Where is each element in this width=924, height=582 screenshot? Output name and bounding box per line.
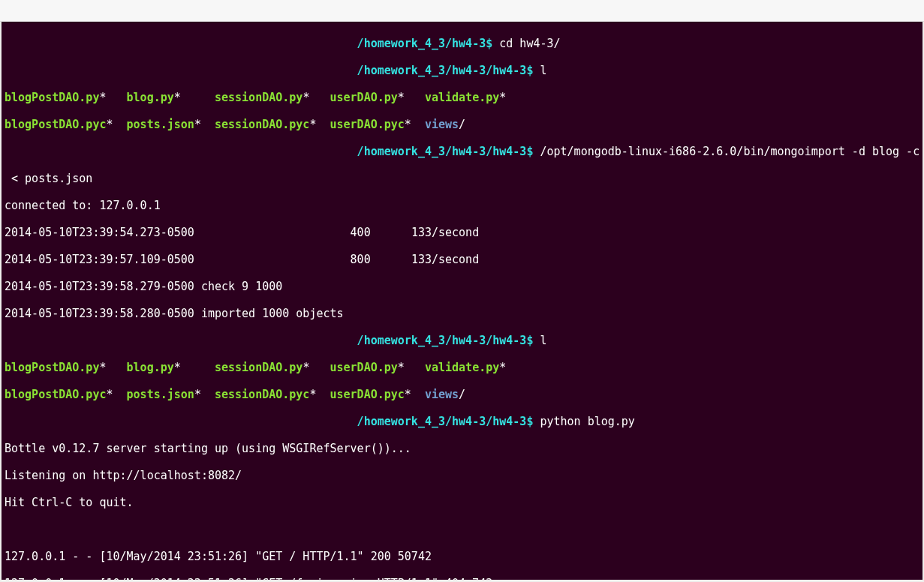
command: cd hw4-3/ <box>499 37 560 50</box>
ls-row: blogPostDAO.pyc* posts.json* sessionDAO.… <box>5 388 921 401</box>
ls-row: blogPostDAO.py* blog.py* sessionDAO.py* … <box>5 91 921 104</box>
ls-row: blogPostDAO.py* blog.py* sessionDAO.py* … <box>5 361 921 374</box>
output-line: Listening on http://localhost:8082/ <box>5 469 921 482</box>
file-exec: blogPostDAO.py <box>5 361 99 374</box>
file-exec: posts.json <box>127 388 194 401</box>
file-exec: sessionDAO.pyc <box>215 118 309 131</box>
prompt-path: /homework_4_3/hw4-3/hw4-3$ <box>357 145 534 158</box>
prompt-line: /homework_4_3/hw4-3$ cd hw4-3/ <box>5 37 921 50</box>
terminal[interactable]: /homework_4_3/hw4-3$ cd hw4-3/ /homework… <box>2 22 922 580</box>
file-exec: sessionDAO.py <box>215 361 302 374</box>
file-exec: userDAO.pyc <box>330 118 405 131</box>
file-exec: userDAO.py <box>330 361 398 374</box>
output-line: 2014-05-10T23:39:57.109-0500 800 133/sec… <box>5 253 921 266</box>
prompt-path: /homework_4_3/hw4-3/hw4-3$ <box>357 415 534 428</box>
file-exec: posts.json <box>127 118 194 131</box>
output-line <box>5 523 921 536</box>
prompt-path: /homework_4_3/hw4-3/hw4-3$ <box>357 334 534 347</box>
file-exec: blogPostDAO.pyc <box>5 118 106 131</box>
output-line: 2014-05-10T23:39:58.280-0500 imported 10… <box>5 307 921 320</box>
output-line: Hit Ctrl-C to quit. <box>5 496 921 509</box>
output-line: Bottle v0.12.7 server starting up (using… <box>5 442 921 455</box>
dir: views <box>425 118 459 131</box>
file-exec: userDAO.py <box>330 91 398 104</box>
file-exec: blog.py <box>127 361 174 374</box>
ls-row: blogPostDAO.pyc* posts.json* sessionDAO.… <box>5 118 921 131</box>
file-exec: blogPostDAO.pyc <box>5 388 106 401</box>
prompt-line: /homework_4_3/hw4-3/hw4-3$ /opt/mongodb-… <box>5 145 921 158</box>
command: /opt/mongodb-linux-i686-2.6.0/bin/mongoi… <box>540 145 922 158</box>
prompt-line: /homework_4_3/hw4-3/hw4-3$ l <box>5 64 921 77</box>
output-line: 2014-05-10T23:39:58.279-0500 check 9 100… <box>5 280 921 293</box>
file-exec: blogPostDAO.py <box>5 91 99 104</box>
window-titlebar <box>0 0 924 22</box>
prompt-line: /homework_4_3/hw4-3/hw4-3$ l <box>5 334 921 347</box>
prompt-path: /homework_4_3/hw4-3/hw4-3$ <box>357 64 534 77</box>
file-exec: validate.py <box>425 91 499 104</box>
file-exec: userDAO.pyc <box>330 388 405 401</box>
output-line: < posts.json <box>5 172 921 185</box>
file-exec: blog.py <box>127 91 174 104</box>
command: l <box>540 64 546 77</box>
prompt-line: /homework_4_3/hw4-3/hw4-3$ python blog.p… <box>5 415 921 428</box>
file-exec: sessionDAO.py <box>215 91 302 104</box>
command: python blog.py <box>540 415 634 428</box>
output-line: 2014-05-10T23:39:54.273-0500 400 133/sec… <box>5 226 921 239</box>
file-exec: validate.py <box>425 361 499 374</box>
command: l <box>540 334 546 347</box>
output-line: 127.0.0.1 - - [10/May/2014 23:51:26] "GE… <box>5 550 921 563</box>
dir: views <box>425 388 459 401</box>
output-line: connected to: 127.0.0.1 <box>5 199 921 212</box>
file-exec: sessionDAO.pyc <box>215 388 309 401</box>
app-window: /homework_4_3/hw4-3$ cd hw4-3/ /homework… <box>0 0 924 582</box>
prompt-path: /homework_4_3/hw4-3$ <box>357 37 493 50</box>
output-line: 127.0.0.1 - - [10/May/2014 23:51:26] "GE… <box>5 577 921 580</box>
